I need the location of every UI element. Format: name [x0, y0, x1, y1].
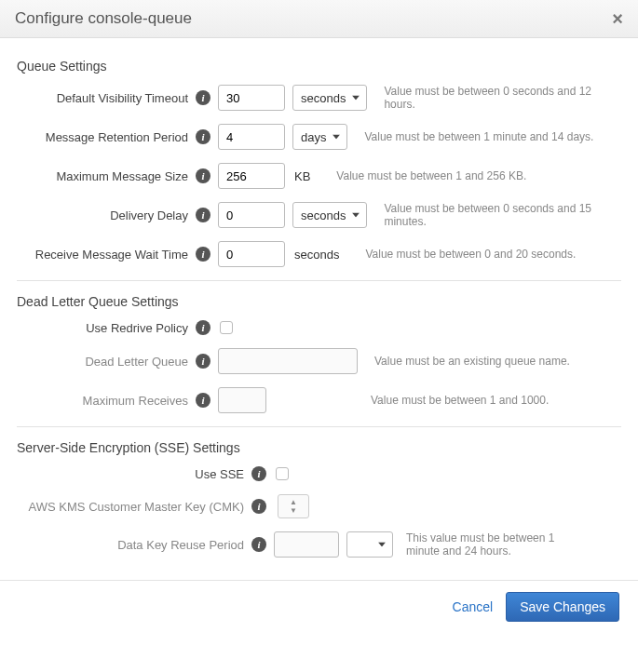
label-cmk: AWS KMS Customer Master Key (CMK): [17, 500, 250, 514]
svg-marker-3: [378, 543, 386, 547]
chevron-down-icon: [378, 543, 386, 547]
hint-receive-wait-time: Value must be between 0 and 20 seconds.: [365, 248, 621, 261]
divider: [17, 280, 621, 281]
row-max-message-size: Maximum Message Size i KB Value must be …: [17, 163, 621, 189]
data-key-reuse-input[interactable]: [274, 531, 339, 558]
svg-marker-0: [352, 96, 360, 101]
cmk-select[interactable]: ▲ ▼: [278, 494, 309, 518]
hint-max-message-size: Value must be between 1 and 256 KB.: [336, 169, 621, 182]
select-value: days: [301, 130, 326, 144]
use-redrive-policy-checkbox[interactable]: [220, 321, 233, 334]
dialog-body: Queue Settings Default Visibility Timeou…: [0, 38, 638, 580]
select-value: seconds: [301, 91, 346, 105]
label-delivery-delay: Delivery Delay: [17, 208, 194, 222]
chevron-down-icon: [352, 96, 360, 101]
section-title-dlq: Dead Letter Queue Settings: [17, 294, 621, 309]
visibility-timeout-unit-select[interactable]: seconds: [292, 85, 367, 111]
label-retention-period: Message Retention Period: [17, 130, 194, 144]
info-icon[interactable]: i: [196, 168, 210, 183]
label-use-redrive-policy: Use Redrive Policy: [17, 321, 194, 335]
row-use-sse: Use SSE i: [17, 466, 621, 481]
configure-queue-dialog: Configure console-queue × Queue Settings…: [0, 0, 638, 638]
delivery-delay-input[interactable]: [218, 202, 285, 228]
row-delivery-delay: Delivery Delay i seconds Value must be b…: [17, 202, 621, 228]
hint-data-key-reuse: This value must be between 1 minute and …: [406, 531, 574, 558]
section-title-sse: Server-Side Encryption (SSE) Settings: [17, 440, 621, 455]
maximum-receives-input[interactable]: [218, 387, 266, 413]
chevron-down-icon: [333, 135, 340, 140]
hint-maximum-receives: Value must be between 1 and 1000.: [371, 394, 621, 407]
info-icon[interactable]: i: [196, 129, 210, 144]
section-title-queue: Queue Settings: [17, 59, 621, 74]
data-key-reuse-unit-select[interactable]: [346, 531, 393, 558]
delivery-delay-unit-select[interactable]: seconds: [292, 202, 367, 228]
max-message-size-input[interactable]: [218, 163, 285, 189]
info-icon[interactable]: i: [196, 320, 210, 335]
row-data-key-reuse: Data Key Reuse Period i This value must …: [17, 531, 621, 558]
use-sse-checkbox[interactable]: [276, 467, 289, 480]
info-icon[interactable]: i: [196, 208, 210, 222]
label-data-key-reuse: Data Key Reuse Period: [17, 538, 250, 552]
svg-marker-1: [333, 135, 340, 140]
unit-kb: KB: [294, 169, 310, 183]
info-icon[interactable]: i: [196, 247, 210, 262]
svg-marker-2: [352, 213, 360, 218]
hint-delivery-delay: Value must be between 0 seconds and 15 m…: [384, 202, 621, 228]
hint-dead-letter-queue: Value must be an existing queue name.: [374, 355, 621, 368]
hint-visibility-timeout: Value must be between 0 seconds and 12 h…: [384, 85, 621, 111]
label-visibility-timeout: Default Visibility Timeout: [17, 91, 194, 105]
dialog-title: Configure console-queue: [15, 9, 192, 28]
row-visibility-timeout: Default Visibility Timeout i seconds Val…: [17, 85, 621, 111]
dialog-footer: Cancel Save Changes: [0, 580, 638, 638]
label-maximum-receives: Maximum Receives: [17, 394, 194, 408]
visibility-timeout-input[interactable]: [218, 85, 285, 111]
dialog-header: Configure console-queue ×: [0, 0, 638, 38]
select-value: seconds: [301, 208, 346, 222]
row-retention-period: Message Retention Period i days Value mu…: [17, 124, 621, 150]
info-icon[interactable]: i: [251, 499, 266, 514]
dead-letter-queue-input[interactable]: [218, 348, 358, 374]
cancel-button[interactable]: Cancel: [453, 599, 494, 614]
chevron-down-icon: ▼: [290, 506, 297, 515]
row-cmk: AWS KMS Customer Master Key (CMK) i ▲ ▼: [17, 494, 621, 518]
unit-seconds: seconds: [294, 248, 339, 262]
info-icon[interactable]: i: [251, 537, 266, 552]
info-icon[interactable]: i: [251, 466, 266, 481]
save-changes-button[interactable]: Save Changes: [506, 592, 619, 622]
hint-retention-period: Value must be between 1 minute and 14 da…: [364, 130, 621, 143]
row-maximum-receives: Maximum Receives i Value must be between…: [17, 387, 621, 413]
row-use-redrive-policy: Use Redrive Policy i: [17, 320, 621, 335]
row-receive-wait-time: Receive Message Wait Time i seconds Valu…: [17, 241, 621, 267]
retention-period-input[interactable]: [218, 124, 285, 150]
row-dead-letter-queue: Dead Letter Queue i Value must be an exi…: [17, 348, 621, 374]
info-icon[interactable]: i: [196, 354, 210, 369]
retention-period-unit-select[interactable]: days: [292, 124, 347, 150]
divider: [17, 426, 621, 427]
info-icon[interactable]: i: [196, 393, 210, 408]
label-max-message-size: Maximum Message Size: [17, 169, 194, 183]
label-receive-wait-time: Receive Message Wait Time: [17, 248, 194, 262]
label-use-sse: Use SSE: [17, 467, 250, 481]
label-dead-letter-queue: Dead Letter Queue: [17, 355, 194, 369]
receive-wait-time-input[interactable]: [218, 241, 285, 267]
chevron-down-icon: [352, 213, 360, 218]
info-icon[interactable]: i: [196, 90, 210, 105]
close-icon[interactable]: ×: [612, 9, 623, 28]
chevron-up-icon: ▲: [290, 498, 297, 506]
